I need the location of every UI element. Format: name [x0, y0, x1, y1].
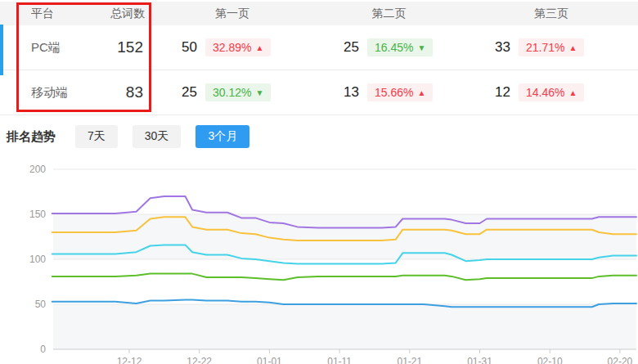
table-body: PC端1525032.89%▲2516.45%▼3321.71%▲移动端8325…	[0, 25, 638, 115]
arrow-up-icon: ▲	[568, 43, 577, 52]
rank-trend-chart[interactable]: 050100150200爱站网12-1212-2201-0101-1101-21…	[0, 158, 638, 364]
arrow-down-icon: ▼	[417, 43, 425, 52]
page-count: 50	[151, 39, 197, 56]
y-axis-label: 150	[29, 209, 46, 220]
x-axis-label: 12-12	[117, 356, 142, 364]
y-axis-label: 200	[29, 164, 46, 175]
page-stat-cell: 1315.66%▲	[313, 83, 465, 101]
keyword-summary-table: 平台总词数第一页第二页第三页 PC端1525032.89%▲2516.45%▼3…	[0, 2, 638, 115]
x-axis-label: 01-11	[327, 356, 352, 364]
y-axis-label: 0	[40, 344, 46, 355]
x-axis-label: 01-21	[397, 356, 422, 364]
page-stat-cell: 3321.71%▲	[465, 38, 638, 56]
pct-change-badge: 14.46%▲	[519, 83, 584, 101]
table-header-cell: 平台	[0, 7, 90, 21]
x-axis-label: 02-20	[608, 356, 633, 364]
dashboard: 平台总词数第一页第二页第三页 PC端1525032.89%▲2516.45%▼3…	[0, 0, 638, 364]
table-header: 平台总词数第一页第二页第三页	[0, 2, 638, 25]
total-words-value: 83	[90, 83, 151, 101]
split-band	[53, 214, 636, 259]
page-count: 13	[313, 84, 359, 101]
page-stat-cell: 2530.12%▼	[151, 83, 313, 101]
pct-value: 30.12%	[213, 86, 251, 99]
split-band	[53, 304, 636, 349]
trend-tabs: 7天30天3个月	[75, 125, 264, 148]
pct-change-badge: 16.45%▼	[367, 38, 433, 56]
pct-change-badge: 15.66%▲	[367, 83, 433, 101]
arrow-down-icon: ▼	[255, 88, 263, 97]
table-row-PC端[interactable]: PC端1525032.89%▲2516.45%▼3321.71%▲	[0, 25, 638, 70]
platform-label: PC端	[0, 40, 90, 56]
pct-change-badge: 21.71%▲	[519, 38, 584, 56]
page-stat-cell: 1214.46%▲	[465, 83, 638, 101]
tab-3个月[interactable]: 3个月	[195, 125, 249, 148]
page-stat-cell: 2516.45%▼	[313, 38, 465, 56]
table-header-cell: 第一页	[151, 7, 313, 21]
table-row-移动端[interactable]: 移动端832530.12%▼1315.66%▲1214.46%▲	[0, 70, 638, 115]
y-axis-label: 50	[35, 299, 47, 310]
total-words-value: 152	[90, 38, 151, 56]
trend-title: 排名趋势	[7, 129, 56, 145]
pct-change-badge: 32.89%▲	[205, 38, 271, 56]
tab-30天[interactable]: 30天	[133, 125, 182, 148]
pct-value: 21.71%	[526, 41, 564, 54]
trend-line-line-4	[52, 274, 636, 281]
x-axis-label: 02-10	[537, 356, 563, 364]
x-axis-label: 01-01	[257, 356, 282, 364]
pct-value: 14.46%	[526, 86, 564, 99]
arrow-up-icon: ▲	[255, 43, 263, 52]
selected-row-indicator	[0, 25, 3, 75]
table-header-cell: 总词数	[90, 7, 151, 21]
page-count: 12	[465, 84, 510, 101]
pct-change-badge: 30.12%▼	[205, 83, 271, 101]
x-axis-label: 12-22	[186, 356, 212, 364]
platform-label: 移动端	[0, 85, 90, 101]
pct-value: 16.45%	[375, 41, 413, 54]
tab-7天[interactable]: 7天	[75, 125, 118, 148]
page-count: 33	[465, 39, 510, 56]
arrow-up-icon: ▲	[417, 88, 425, 97]
arrow-up-icon: ▲	[568, 88, 577, 97]
y-axis-label: 100	[29, 254, 46, 265]
x-axis-label: 01-31	[467, 356, 492, 364]
table-header-cell: 第二页	[313, 7, 465, 21]
pct-value: 32.89%	[213, 41, 251, 54]
trend-controls: 排名趋势 7天30天3个月	[7, 125, 264, 148]
page-count: 25	[151, 84, 197, 101]
page-count: 25	[313, 39, 359, 56]
table-header-cell: 第三页	[465, 7, 638, 21]
page-stat-cell: 5032.89%▲	[151, 38, 313, 56]
pct-value: 15.66%	[375, 86, 413, 99]
